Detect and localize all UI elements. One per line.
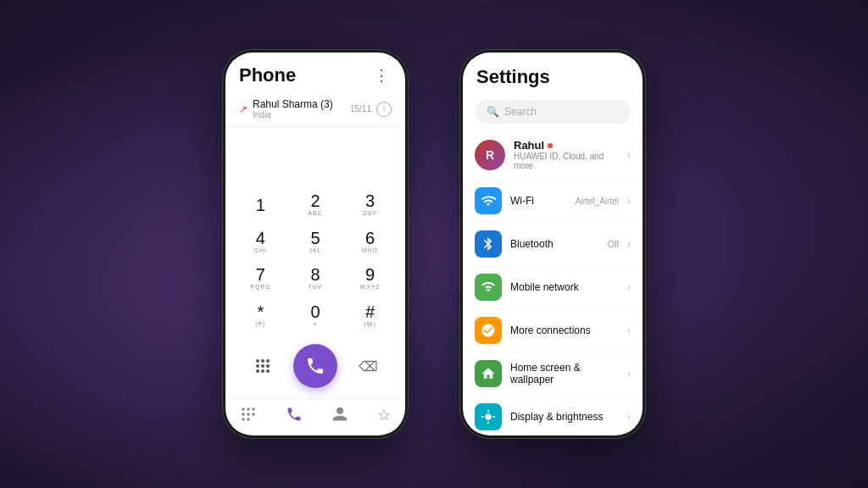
mobile-network-text: Mobile network xyxy=(510,281,619,293)
bluetooth-icon xyxy=(475,230,502,258)
settings-item-profile[interactable]: R Rahul HUAWEI ID, Cloud, and more › xyxy=(463,130,643,180)
homescreen-name: Home screen & wallpaper xyxy=(510,362,619,385)
svg-point-5 xyxy=(266,364,270,368)
svg-point-7 xyxy=(261,369,264,373)
svg-point-2 xyxy=(266,359,270,363)
dial-bottom: ⌫ xyxy=(234,341,397,391)
phone2-screen: Settings 🔍 Search R Rahul xyxy=(463,53,643,435)
dialpad-icon[interactable] xyxy=(248,351,278,381)
display-icon xyxy=(475,403,502,430)
profile-sub: HUAWEI ID, Cloud, and more xyxy=(514,152,619,170)
chevron-right-icon: › xyxy=(627,368,631,380)
settings-list: R Rahul HUAWEI ID, Cloud, and more › xyxy=(463,130,643,435)
chevron-right-icon: › xyxy=(627,411,631,423)
svg-point-12 xyxy=(242,413,245,416)
more-menu-button[interactable]: ⋮ xyxy=(372,64,392,86)
svg-point-6 xyxy=(256,369,259,373)
more-connections-icon xyxy=(475,317,502,344)
nav-dialpad-icon[interactable] xyxy=(240,406,257,427)
chevron-right-icon: › xyxy=(627,324,631,336)
phone1-shell: Phone ⋮ ↗ Rahul Sharma (3) India 15/11 i xyxy=(222,49,409,439)
phone2-shell: Settings 🔍 Search R Rahul xyxy=(459,49,646,439)
info-button[interactable]: i xyxy=(376,102,392,117)
display-text: Display & brightness xyxy=(510,411,619,423)
svg-point-13 xyxy=(247,413,250,416)
mobile-network-name: Mobile network xyxy=(510,281,619,293)
settings-title: Settings xyxy=(476,66,550,87)
dial-grid: 1 2ABC 3DEF 4GHI 5JKL 6MNO 7PQRS 8TUV 9W… xyxy=(234,187,397,334)
bluetooth-value: Off xyxy=(608,240,619,249)
wifi-text: Wi-Fi xyxy=(510,195,567,207)
settings-item-wifi[interactable]: Wi-Fi Airtel_Airtel › xyxy=(463,180,643,223)
svg-point-8 xyxy=(266,369,270,373)
chevron-right-icon: › xyxy=(627,281,631,293)
dial-key-7[interactable]: 7PQRS xyxy=(234,261,287,297)
dial-key-8[interactable]: 8TUV xyxy=(289,261,342,297)
profile-info: Rahul HUAWEI ID, Cloud, and more xyxy=(514,139,619,170)
phone-title: Phone xyxy=(239,64,296,86)
profile-name: Rahul xyxy=(514,139,619,152)
call-count: 15/11 xyxy=(350,104,371,114)
dial-key-4[interactable]: 4GHI xyxy=(234,225,287,260)
dial-key-star[interactable]: *(P) xyxy=(234,298,287,334)
wifi-value: Airtel_Airtel xyxy=(576,197,619,206)
avatar: R xyxy=(475,140,505,170)
settings-item-display[interactable]: Display & brightness › xyxy=(463,396,643,435)
avatar-letter: R xyxy=(486,148,494,162)
homescreen-icon xyxy=(475,360,502,387)
svg-point-9 xyxy=(242,408,245,411)
call-button[interactable] xyxy=(293,344,337,388)
svg-point-15 xyxy=(242,418,245,421)
dial-key-1[interactable]: 1 xyxy=(234,187,287,223)
settings-item-homescreen[interactable]: Home screen & wallpaper › xyxy=(463,352,643,396)
notification-dot xyxy=(548,143,553,148)
call-right: 15/11 i xyxy=(350,102,392,117)
bottom-nav: ☆ xyxy=(225,398,405,435)
homescreen-text: Home screen & wallpaper xyxy=(510,362,619,385)
settings-header: Settings xyxy=(463,53,643,95)
svg-point-4 xyxy=(261,364,264,368)
bluetooth-text: Bluetooth xyxy=(510,238,599,250)
caller-name: Rahul Sharma (3) xyxy=(253,98,333,110)
svg-point-11 xyxy=(252,408,255,411)
search-icon: 🔍 xyxy=(487,106,499,118)
dial-key-hash[interactable]: #(W) xyxy=(343,298,397,334)
search-bar[interactable]: 🔍 Search xyxy=(475,100,631,124)
more-connections-name: More connections xyxy=(510,324,619,336)
backspace-icon[interactable]: ⌫ xyxy=(353,351,383,381)
phone-header: Phone ⋮ xyxy=(225,53,405,92)
svg-point-10 xyxy=(247,408,250,411)
display-name: Display & brightness xyxy=(510,411,619,423)
svg-point-0 xyxy=(256,359,259,363)
dial-key-2[interactable]: 2ABC xyxy=(289,187,342,223)
more-connections-text: More connections xyxy=(510,324,619,336)
settings-item-bluetooth[interactable]: Bluetooth Off › xyxy=(463,223,643,266)
phone1-screen: Phone ⋮ ↗ Rahul Sharma (3) India 15/11 i xyxy=(225,53,405,435)
call-left: ↗ Rahul Sharma (3) India xyxy=(239,98,333,119)
nav-favorites-icon[interactable]: ☆ xyxy=(377,406,391,427)
bluetooth-name: Bluetooth xyxy=(510,238,599,250)
dial-key-0[interactable]: 0+ xyxy=(289,298,342,334)
svg-point-16 xyxy=(247,418,250,421)
dialpad: 1 2ABC 3DEF 4GHI 5JKL 6MNO 7PQRS 8TUV 9W… xyxy=(225,127,405,398)
phones-container: Phone ⋮ ↗ Rahul Sharma (3) India 15/11 i xyxy=(222,49,646,439)
settings-item-mobile[interactable]: Mobile network › xyxy=(463,266,643,309)
call-info: Rahul Sharma (3) India xyxy=(253,98,333,119)
settings-item-more-connections[interactable]: More connections › xyxy=(463,309,643,352)
search-input[interactable]: Search xyxy=(504,106,537,118)
missed-call-icon: ↗ xyxy=(239,103,248,115)
svg-point-14 xyxy=(252,413,255,416)
dial-key-5[interactable]: 5JKL xyxy=(289,225,342,260)
wifi-name: Wi-Fi xyxy=(510,195,567,207)
nav-calls-icon[interactable] xyxy=(286,406,303,427)
chevron-right-icon: › xyxy=(627,238,631,250)
dial-key-3[interactable]: 3DEF xyxy=(343,187,397,223)
dial-key-9[interactable]: 9WXYZ xyxy=(343,261,397,297)
nav-contacts-icon[interactable] xyxy=(331,406,348,427)
svg-point-3 xyxy=(256,364,259,368)
dial-key-6[interactable]: 6MNO xyxy=(343,225,397,260)
chevron-right-icon: › xyxy=(627,195,631,207)
chevron-right-icon: › xyxy=(627,149,631,161)
mobile-network-icon xyxy=(475,274,502,301)
recent-call-item[interactable]: ↗ Rahul Sharma (3) India 15/11 i xyxy=(225,92,405,127)
